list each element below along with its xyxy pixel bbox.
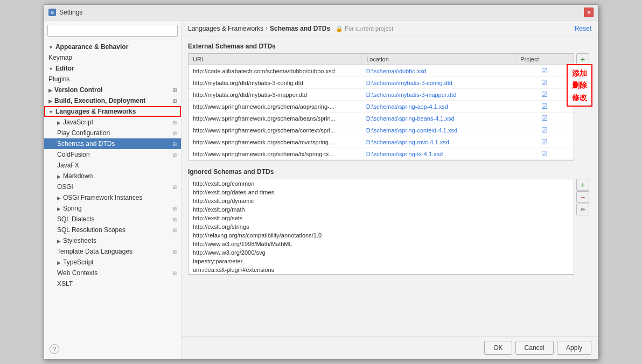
sidebar-item-xslt[interactable]: XSLT [44, 278, 181, 289]
list-item[interactable]: http://exslt.org/dates-and-times [189, 188, 574, 197]
table-row[interactable]: http://www.springframework.org/schema/co… [189, 124, 574, 136]
checkbox-cell[interactable]: ☑ [516, 89, 574, 101]
table-row[interactable]: http://www.springframework.org/schema/tx… [189, 148, 574, 160]
checkbox-cell[interactable]: ☑ [516, 136, 574, 148]
list-item[interactable]: urn:idea:xslt-plugin#extensions [189, 265, 574, 274]
list-item[interactable]: http://exslt.org/math [189, 205, 574, 214]
cancel-button[interactable]: Cancel [515, 341, 554, 355]
project-icon: ⊞ [172, 206, 177, 212]
checkbox-icon: ☑ [541, 90, 548, 99]
project-icon: ⊞ [172, 152, 177, 158]
edit-ignored-button[interactable]: ✏ [576, 204, 589, 215]
checkbox-cell[interactable]: ☑ [516, 148, 574, 160]
project-icon: ⊞ [172, 249, 177, 255]
dialog-footer: OK Cancel Apply [182, 336, 598, 359]
ignored-side-buttons: + − ✏ [574, 179, 591, 275]
sidebar-item-sql-resolution[interactable]: SQL Resolution Scopes ⊞ [44, 225, 181, 235]
sidebar-item-stylesheets[interactable]: ▶Stylesheets [44, 235, 181, 246]
checkbox-cell[interactable]: ☑ [516, 65, 574, 77]
table-row[interactable]: http://www.springframework.org/schema/ao… [189, 101, 574, 113]
help-icon[interactable]: ? [50, 344, 59, 354]
sidebar-label: ColdFusion [57, 151, 90, 158]
sidebar-item-spring[interactable]: ▶Spring ⊞ [44, 203, 181, 214]
list-item[interactable]: tapestry:parameter [189, 257, 574, 265]
list-item[interactable]: http://exslt.org/sets [189, 214, 574, 222]
breadcrumb-part1: Languages & Frameworks [188, 25, 263, 32]
search-input[interactable] [47, 25, 178, 37]
list-item[interactable]: http://www.w3.org/2000/svg [189, 248, 574, 257]
sidebar-item-markdown[interactable]: ▶Markdown [44, 171, 181, 181]
sidebar-item-sql-dialects[interactable]: SQL Dialects ⊞ [44, 214, 181, 225]
table-row[interactable]: http://www.springframework.org/schema/be… [189, 113, 574, 124]
sidebar-item-javascript[interactable]: ▶JavaScript ⊞ [44, 117, 181, 128]
external-table: URI Location Project http://code.alibaba… [189, 54, 574, 160]
checkbox-cell[interactable]: ☑ [516, 113, 574, 124]
content-header: Languages & Frameworks › Schemas and DTD… [182, 20, 598, 37]
sidebar-item-play[interactable]: Play Configuration ⊞ [44, 128, 181, 138]
location-cell: D:\schemas\spring-mvc-4.1.xsd [362, 136, 516, 148]
sidebar-item-coldfusion[interactable]: ColdFusion ⊞ [44, 149, 181, 160]
list-item[interactable]: http://relaxng.org/ns/compatibility/anno… [189, 231, 574, 240]
checkbox-cell[interactable]: ☑ [516, 77, 574, 89]
project-icon: ⊞ [172, 216, 177, 222]
list-item[interactable]: http://exslt.org/common [189, 179, 574, 188]
checkbox-icon: ☑ [541, 67, 548, 75]
sidebar-item-plugins[interactable]: Plugins [44, 74, 181, 85]
sidebar-item-typescript[interactable]: ▶TypeScript [44, 257, 181, 268]
remove-ignored-button[interactable]: − [576, 191, 589, 203]
table-row[interactable]: http://www.springframework.org/schema/mv… [189, 136, 574, 148]
project-icon: ⊞ [172, 227, 177, 233]
sidebar-label: Template Data Languages [57, 248, 132, 255]
sidebar-label: Spring [63, 205, 82, 212]
sidebar-label: Version Control [54, 86, 102, 94]
sidebar-item-appearance[interactable]: ▼Appearance & Behavior [44, 41, 181, 52]
list-item[interactable]: http://exslt.org/dynamic [189, 197, 574, 205]
sidebar-item-schemas[interactable]: Schemas and DTDs ⊞ [44, 138, 181, 149]
dialog-body: ▼Appearance & Behavior Keymap ▼Editor Pl… [44, 20, 598, 359]
close-button[interactable]: ✕ [584, 8, 594, 17]
for-project-text: 🔒 For current project [336, 25, 393, 32]
table-row[interactable]: http://code.alibabatech.com/schema/dubbo… [189, 65, 574, 77]
app-icon: S [48, 9, 56, 16]
list-item[interactable]: http://exslt.org/strings [189, 222, 574, 231]
sidebar-item-keymap[interactable]: Keymap [44, 52, 181, 63]
breadcrumb-sep: › [266, 25, 268, 32]
sidebar-item-vcs[interactable]: ▶Version Control ⊞ [44, 85, 181, 95]
annotation-box: 添加 删除 修改 [567, 64, 592, 107]
add-external-button[interactable]: + [576, 53, 589, 65]
reset-link[interactable]: Reset [575, 25, 591, 32]
sidebar-item-javafx[interactable]: JavaFX [44, 160, 181, 171]
location-cell: D:\schemas\mybatis-3-config.dtd [362, 77, 516, 89]
table-row[interactable]: http://mybatis.org/dtd/mybatis-3-config.… [189, 77, 574, 89]
sidebar-label: Languages & Frameworks [55, 108, 136, 115]
external-section: External Schemas and DTDs URI Location P… [188, 43, 591, 160]
sidebar-label: XSLT [57, 280, 73, 288]
sidebar-label: Play Configuration [57, 129, 110, 137]
checkbox-cell[interactable]: ☑ [516, 124, 574, 136]
sidebar-item-osgi-framework[interactable]: ▶OSGi Framework Instances [44, 192, 181, 203]
sidebar-label: Build, Execution, Deployment [54, 97, 145, 104]
uri-cell: http://www.springframework.org/schema/mv… [189, 136, 362, 148]
list-item[interactable]: http://www.w3.org/1998/Math/MathML [189, 240, 574, 248]
sidebar-label: Web Contexts [57, 269, 97, 277]
table-row[interactable]: http://mybatis.org/dtd/mybatis-3-mapper.… [189, 89, 574, 101]
location-cell: D:\schemas\dubbo.xsd [362, 65, 516, 77]
checkbox-cell[interactable]: ☑ [516, 101, 574, 113]
build-icon: ⊞ [172, 98, 177, 104]
sidebar-item-template-data[interactable]: Template Data Languages ⊞ [44, 246, 181, 257]
annotation-add: 添加 [572, 67, 587, 79]
arrow-icon: ▶ [57, 195, 61, 201]
apply-button[interactable]: Apply [557, 341, 591, 355]
sidebar-label: Appearance & Behavior [55, 43, 128, 51]
sidebar-item-languages[interactable]: ▼Languages & Frameworks [44, 106, 181, 117]
breadcrumb-current: Schemas and DTDs [270, 25, 330, 32]
add-ignored-button[interactable]: + [576, 179, 589, 191]
sidebar-item-web-contexts[interactable]: Web Contexts ⊞ [44, 268, 181, 278]
sidebar-item-editor[interactable]: ▼Editor [44, 63, 181, 74]
sidebar-item-osgi[interactable]: OSGi ⊞ [44, 181, 181, 192]
uri-cell: http://www.springframework.org/schema/ao… [189, 101, 362, 113]
project-icon: ⊞ [172, 184, 177, 190]
search-box [44, 23, 181, 39]
sidebar-item-build[interactable]: ▶Build, Execution, Deployment ⊞ [44, 95, 181, 106]
ok-button[interactable]: OK [484, 341, 512, 355]
